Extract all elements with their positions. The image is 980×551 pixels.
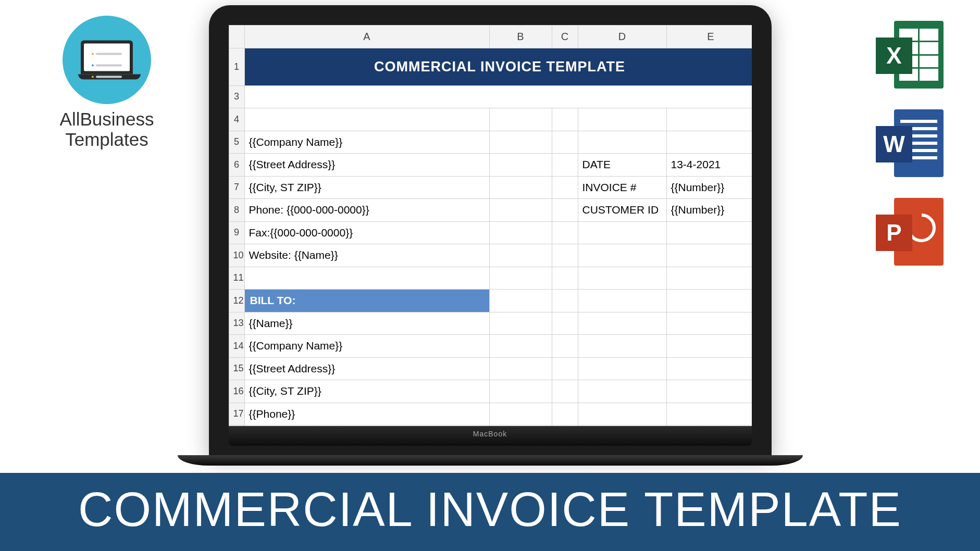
invoice-label-cell[interactable]: INVOICE #: [578, 176, 666, 199]
customer-value-cell[interactable]: {{Number}}: [666, 199, 752, 222]
customer-label-cell[interactable]: CUSTOMER ID: [578, 199, 666, 222]
cell[interactable]: [552, 425, 578, 427]
cell[interactable]: [552, 403, 578, 425]
cell[interactable]: [552, 131, 578, 154]
row-header[interactable]: 18: [229, 425, 244, 427]
phone-cell[interactable]: Phone: {{000-000-0000}}: [244, 199, 489, 222]
date-value-cell[interactable]: 13-4-2021: [666, 154, 752, 177]
cell[interactable]: [489, 108, 552, 131]
website-cell[interactable]: Website: {{Name}}: [244, 244, 489, 267]
cell[interactable]: [552, 290, 578, 312]
cell[interactable]: [578, 131, 666, 154]
cell[interactable]: [552, 244, 578, 267]
row-header[interactable]: 12: [229, 290, 244, 312]
cell[interactable]: [552, 335, 578, 358]
row-header[interactable]: 13: [229, 312, 244, 335]
row-header[interactable]: 5: [229, 131, 244, 154]
billto-header-cell[interactable]: BILL TO:: [244, 290, 489, 312]
row-header[interactable]: 15: [229, 357, 244, 380]
billto-phone-cell[interactable]: {{Phone}}: [244, 403, 489, 425]
sheet-title[interactable]: COMMERCIAL INVOICE TEMPLATE: [244, 48, 752, 85]
cell[interactable]: [489, 154, 552, 177]
cell[interactable]: [489, 176, 552, 199]
cell[interactable]: [244, 267, 489, 290]
fax-cell[interactable]: Fax:{{000-000-0000}}: [244, 221, 489, 244]
row-header[interactable]: 17: [229, 403, 244, 425]
cell[interactable]: [552, 154, 578, 177]
cell[interactable]: [578, 244, 666, 267]
brand-name-line1: AllBusiness: [42, 109, 172, 130]
cell[interactable]: [244, 85, 752, 108]
cell[interactable]: [666, 108, 752, 131]
cell[interactable]: [578, 335, 666, 358]
cell[interactable]: [666, 380, 752, 403]
cell[interactable]: [489, 221, 552, 244]
cell[interactable]: [666, 335, 752, 358]
cell[interactable]: [552, 357, 578, 380]
cell[interactable]: [552, 176, 578, 199]
cell[interactable]: [489, 357, 552, 380]
cell[interactable]: [552, 221, 578, 244]
cell[interactable]: [666, 221, 752, 244]
cell[interactable]: [244, 425, 489, 427]
cell[interactable]: [552, 380, 578, 403]
col-header-d[interactable]: D: [578, 26, 666, 48]
col-header-b[interactable]: B: [489, 26, 552, 48]
cell[interactable]: [578, 108, 666, 131]
cell[interactable]: [489, 244, 552, 267]
row-header[interactable]: 14: [229, 335, 244, 358]
cell[interactable]: [578, 357, 666, 380]
cell[interactable]: [489, 199, 552, 222]
col-header-e[interactable]: E: [666, 26, 752, 48]
row-header[interactable]: 16: [229, 380, 244, 403]
cell[interactable]: [578, 290, 666, 312]
billto-company-cell[interactable]: {{Company Name}}: [244, 335, 489, 358]
invoice-value-cell[interactable]: {{Number}}: [666, 176, 752, 199]
row-header[interactable]: 7: [229, 176, 244, 199]
cell[interactable]: [578, 425, 666, 427]
cell[interactable]: [666, 290, 752, 312]
cell[interactable]: [489, 131, 552, 154]
cell[interactable]: [489, 267, 552, 290]
row-header[interactable]: 10: [229, 244, 244, 267]
cell[interactable]: [489, 380, 552, 403]
billto-name-cell[interactable]: {{Name}}: [244, 312, 489, 335]
billto-city-cell[interactable]: {{City, ST ZIP}}: [244, 380, 489, 403]
cell[interactable]: [666, 131, 752, 154]
row-header[interactable]: 11: [229, 267, 244, 290]
row-header[interactable]: 8: [229, 199, 244, 222]
cell[interactable]: [489, 403, 552, 425]
street-cell[interactable]: {{Street Address}}: [244, 154, 489, 177]
cell[interactable]: [489, 312, 552, 335]
city-cell[interactable]: {{City, ST ZIP}}: [244, 176, 489, 199]
cell[interactable]: [578, 403, 666, 425]
cell[interactable]: [552, 108, 578, 131]
cell[interactable]: [489, 290, 552, 312]
cell[interactable]: [666, 244, 752, 267]
cell[interactable]: [578, 221, 666, 244]
cell[interactable]: [666, 267, 752, 290]
cell[interactable]: [489, 425, 552, 427]
cell[interactable]: [666, 425, 752, 427]
row-header[interactable]: 9: [229, 221, 244, 244]
row-header[interactable]: 1: [229, 48, 244, 85]
cell[interactable]: [666, 357, 752, 380]
row-header[interactable]: 6: [229, 154, 244, 177]
row-header[interactable]: 3: [229, 85, 244, 108]
cell[interactable]: [244, 108, 489, 131]
company-name-cell[interactable]: {{Company Name}}: [244, 131, 489, 154]
date-label-cell[interactable]: DATE: [578, 154, 666, 177]
cell[interactable]: [666, 403, 752, 425]
cell[interactable]: [489, 335, 552, 358]
cell[interactable]: [552, 312, 578, 335]
cell[interactable]: [552, 199, 578, 222]
col-header-c[interactable]: C: [552, 26, 578, 48]
cell[interactable]: [578, 380, 666, 403]
cell[interactable]: [552, 267, 578, 290]
cell[interactable]: [578, 267, 666, 290]
cell[interactable]: [666, 312, 752, 335]
col-header-a[interactable]: A: [244, 26, 489, 48]
row-header[interactable]: 4: [229, 108, 244, 131]
cell[interactable]: [578, 312, 666, 335]
billto-street-cell[interactable]: {{Street Address}}: [244, 357, 489, 380]
